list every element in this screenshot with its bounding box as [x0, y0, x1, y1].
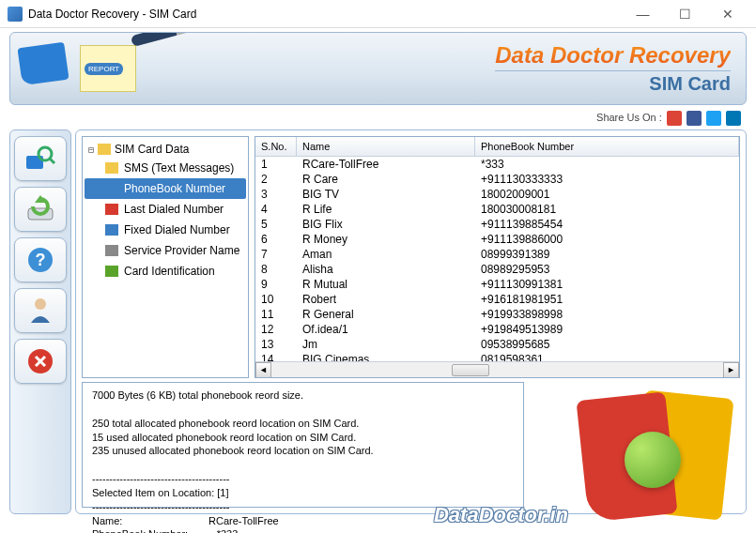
- tree-item-label: Service Provider Name: [124, 244, 239, 257]
- save-recovered-button[interactable]: [14, 187, 67, 232]
- cell-number: 0819598361: [475, 352, 739, 361]
- tree-item-last-dialed-number[interactable]: Last Dialed Number: [85, 199, 246, 220]
- cell-sno: 14: [255, 352, 297, 361]
- table-row[interactable]: 6R Money+911139886000: [255, 232, 739, 247]
- share-more-icon[interactable]: [726, 111, 741, 126]
- svg-text:?: ?: [36, 251, 46, 269]
- app-icon: [8, 7, 23, 22]
- collapse-icon[interactable]: ⊟: [88, 145, 94, 155]
- cell-number: +919933898998: [475, 307, 739, 322]
- tree-item-label: Fixed Dialed Number: [124, 223, 230, 236]
- close-icon: [26, 347, 54, 375]
- banner: Data Doctor Recovery SIM Card: [9, 32, 747, 105]
- cell-number: 09538995685: [475, 337, 739, 352]
- table-row[interactable]: 7Aman08999391389: [255, 247, 739, 262]
- tree-item-phonebook-number[interactable]: PhoneBook Number: [85, 178, 246, 199]
- user-icon: [26, 295, 54, 327]
- col-phonebook-number[interactable]: PhoneBook Number: [475, 137, 739, 156]
- cell-name: R General: [297, 307, 475, 322]
- twitter-icon[interactable]: [706, 111, 721, 126]
- share-label: Share Us On :: [596, 112, 662, 123]
- tree-item-label: PhoneBook Number: [124, 182, 225, 195]
- table-row[interactable]: 14BIG Cinemas0819598361: [255, 352, 739, 361]
- table-row[interactable]: 8Alisha08989295953: [255, 262, 739, 277]
- sim-data-tree[interactable]: ⊟ SIM Card Data SMS (Text Messages)Phone…: [82, 136, 249, 378]
- horizontal-scrollbar[interactable]: ◄ ►: [255, 361, 739, 377]
- window-titlebar: Data Doctor Recovery - SIM Card — ☐ ✕: [0, 0, 756, 28]
- cell-sno: 7: [255, 247, 297, 262]
- tree-item-label: Last Dialed Number: [124, 203, 224, 216]
- phonebook-table[interactable]: S.No. Name PhoneBook Number 1RCare-TollF…: [255, 136, 740, 378]
- sidebar-toolbar: ?: [9, 129, 71, 514]
- tree-item-icon: [105, 162, 118, 174]
- minimize-button[interactable]: —: [622, 1, 664, 27]
- cell-number: 180030008181: [475, 202, 739, 217]
- tree-item-label: SMS (Text Messages): [124, 161, 234, 175]
- sim-decorative-graphic: [540, 375, 737, 525]
- table-row[interactable]: 5BIG Flix+911139885454: [255, 217, 739, 232]
- table-row[interactable]: 3BIG TV18002009001: [255, 187, 739, 202]
- tree-item-icon: [105, 245, 118, 256]
- scroll-left-button[interactable]: ◄: [255, 362, 271, 378]
- cell-sno: 4: [255, 202, 297, 217]
- tree-root[interactable]: ⊟ SIM Card Data: [85, 141, 246, 158]
- table-row[interactable]: 1RCare-TollFree*333: [255, 157, 739, 172]
- cell-name: Of.idea/1: [297, 322, 475, 337]
- scroll-thumb[interactable]: [452, 364, 489, 376]
- recycle-circle-icon: [625, 432, 681, 488]
- table-row[interactable]: 11R General+919933898998: [255, 307, 739, 322]
- banner-subtitle: SIM Card: [495, 70, 731, 95]
- watermark: DataDoctor.in: [434, 503, 568, 527]
- cell-sno: 9: [255, 277, 297, 292]
- cell-number: 08989295953: [475, 262, 739, 277]
- google-plus-icon[interactable]: [667, 111, 682, 126]
- tree-item-service-provider-name[interactable]: Service Provider Name: [85, 240, 246, 261]
- tree-item-label: Card Identification: [124, 265, 215, 278]
- table-row[interactable]: 4R Life180030008181: [255, 202, 739, 217]
- table-row[interactable]: 13Jm09538995685: [255, 337, 739, 352]
- table-body[interactable]: 1RCare-TollFree*3332R Care+9111303333333…: [255, 157, 739, 361]
- cell-number: +919849513989: [475, 322, 739, 337]
- cell-sno: 11: [255, 307, 297, 322]
- scroll-track[interactable]: [271, 363, 723, 377]
- report-note-icon: [80, 45, 136, 92]
- tree-item-icon: [105, 266, 118, 277]
- tree-root-label: SIM Card Data: [115, 143, 189, 156]
- details-panel: 7000 Bytes (6 KB) total phonebook reord …: [82, 382, 524, 508]
- table-row[interactable]: 12Of.idea/1+919849513989: [255, 322, 739, 337]
- cell-name: Alisha: [297, 262, 475, 277]
- cell-sno: 1: [255, 157, 297, 172]
- tree-item-sms-text-messages-[interactable]: SMS (Text Messages): [85, 158, 246, 178]
- cell-name: Robert: [297, 292, 475, 307]
- table-header: S.No. Name PhoneBook Number: [255, 137, 739, 157]
- tree-item-card-identification[interactable]: Card Identification: [85, 261, 246, 282]
- about-button[interactable]: [14, 288, 67, 333]
- facebook-icon[interactable]: [687, 111, 702, 126]
- col-name[interactable]: Name: [297, 137, 475, 156]
- close-button[interactable]: ✕: [706, 1, 748, 27]
- cell-name: R Life: [297, 202, 475, 217]
- sim-graphic-icon: [17, 42, 69, 86]
- tree-item-icon: [105, 224, 118, 236]
- tree-item-fixed-dialed-number[interactable]: Fixed Dialed Number: [85, 220, 246, 240]
- cell-name: BIG Cinemas: [297, 352, 475, 361]
- svg-point-1: [39, 147, 52, 160]
- exit-button[interactable]: [14, 339, 67, 384]
- table-row[interactable]: 9R Mutual+911130991381: [255, 277, 739, 292]
- window-title: Data Doctor Recovery - SIM Card: [28, 8, 622, 21]
- cell-number: +911130333333: [475, 172, 739, 187]
- maximize-button[interactable]: ☐: [664, 1, 706, 27]
- pen-icon: [131, 32, 206, 47]
- help-button[interactable]: ?: [14, 237, 67, 282]
- scroll-right-button[interactable]: ►: [723, 362, 739, 378]
- cell-number: +911139886000: [475, 232, 739, 247]
- table-row[interactable]: 2R Care+911130333333: [255, 172, 739, 187]
- cell-sno: 2: [255, 172, 297, 187]
- cell-name: Aman: [297, 247, 475, 262]
- scan-sim-button[interactable]: [14, 136, 67, 181]
- svg-line-2: [50, 159, 54, 163]
- cell-number: +911130991381: [475, 277, 739, 292]
- col-sno[interactable]: S.No.: [255, 137, 297, 156]
- cell-number: *333: [475, 157, 739, 172]
- table-row[interactable]: 10Robert+916181981951: [255, 292, 739, 307]
